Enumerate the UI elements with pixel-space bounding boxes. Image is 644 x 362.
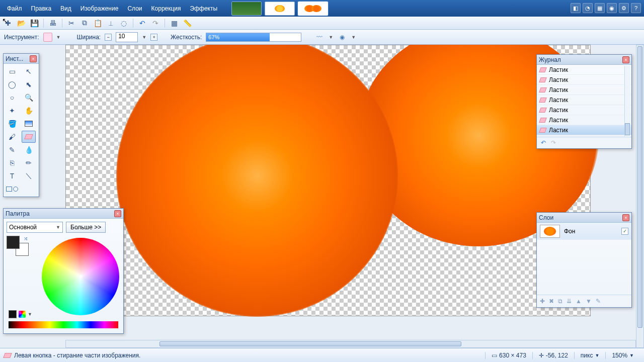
color-strip[interactable] [9, 321, 118, 328]
save-icon[interactable]: 💾 [29, 18, 39, 28]
history-item[interactable]: Ластик [537, 95, 631, 105]
paste-icon[interactable]: 📋 [93, 18, 103, 28]
history-panel-title[interactable]: Журнал × [537, 55, 631, 65]
close-icon[interactable]: × [622, 214, 629, 221]
open-icon[interactable]: 📂 [16, 18, 26, 28]
mini-swatch[interactable] [9, 310, 17, 318]
layers-panel-title[interactable]: Слои × [537, 213, 631, 223]
layer-dup-icon[interactable]: ⧉ [558, 298, 562, 305]
h-scroll-thumb[interactable] [159, 341, 461, 346]
palette-preset-icon[interactable] [19, 311, 26, 318]
width-minus[interactable]: − [105, 34, 112, 41]
width-plus[interactable]: + [150, 34, 157, 41]
grid-icon[interactable]: ▦ [169, 18, 179, 28]
eraser-icon[interactable] [43, 33, 52, 42]
tool-shapes[interactable] [5, 183, 19, 195]
util-icon-2[interactable]: ◔ [583, 3, 593, 13]
blend-dropdown-icon[interactable]: ▼ [351, 35, 356, 40]
tool-gradient[interactable] [22, 118, 36, 130]
redo-icon[interactable]: ↷ [150, 18, 160, 28]
doc-thumb-3[interactable] [298, 2, 328, 16]
tool-pencil[interactable]: ✎ [5, 144, 19, 156]
tool-picker[interactable]: 💧 [22, 144, 36, 156]
swap-colors-icon[interactable]: ⤭ [24, 236, 28, 241]
h-scrollbar[interactable] [65, 340, 636, 348]
menu-adjust[interactable]: Коррекция [147, 3, 185, 14]
history-item[interactable]: Ластик [537, 105, 631, 115]
close-icon[interactable]: × [114, 210, 121, 217]
util-icon-1[interactable]: ◧ [571, 3, 581, 13]
tool-text[interactable]: T [5, 170, 19, 182]
layer-down-icon[interactable]: ▼ [586, 298, 592, 305]
tool-rect-select[interactable]: ▭ [5, 65, 19, 77]
tool-move[interactable]: ↖ [22, 65, 36, 77]
history-scrollbar[interactable] [624, 66, 630, 136]
menu-edit[interactable]: Правка [27, 3, 56, 14]
tool-line[interactable]: ＼ [22, 170, 36, 182]
hardness-slider[interactable]: 67% [206, 33, 301, 42]
palette-panel-title[interactable]: Палитра × [4, 209, 123, 219]
doc-thumb-1[interactable] [231, 2, 262, 16]
v-scroll-thumb[interactable] [637, 46, 642, 328]
doc-thumb-2[interactable] [265, 2, 295, 16]
palette-mode-select[interactable]: Основной ▼ [7, 222, 63, 233]
layer-item[interactable]: Фон✓ [537, 223, 631, 240]
print-icon[interactable]: 🖶 [48, 18, 58, 28]
copy-icon[interactable]: ⧉ [79, 18, 90, 28]
color-wheel-cursor[interactable] [78, 275, 83, 279]
menu-view[interactable]: Вид [56, 3, 75, 14]
tool-wand[interactable]: ✦ [5, 105, 19, 117]
tool-move-sel[interactable]: ⬉ [22, 78, 36, 90]
layers-list[interactable]: Фон✓ [537, 223, 631, 295]
history-item[interactable]: Ластик [537, 65, 631, 75]
palette-more-button[interactable]: Больше >> [66, 222, 106, 233]
cut-icon[interactable]: ✂ [66, 18, 76, 28]
layer-add-icon[interactable]: ✚ [540, 298, 545, 305]
menu-file[interactable]: Файл [3, 3, 26, 14]
canvas[interactable] [65, 45, 591, 316]
tool-ellipse-select[interactable]: ○ [5, 92, 19, 104]
tool-clone[interactable]: ⎘ [5, 157, 19, 169]
menu-effects[interactable]: Эффекты [186, 3, 222, 14]
settings-icon[interactable]: ⚙ [619, 3, 629, 13]
tool-brush[interactable]: 🖌 [5, 131, 19, 143]
antialias-icon[interactable]: 〰 [314, 33, 325, 42]
history-undo-icon[interactable]: ↶ [541, 139, 546, 146]
menu-image[interactable]: Изображение [76, 3, 123, 14]
v-scrollbar[interactable] [636, 45, 644, 348]
width-input[interactable]: 10 [116, 32, 138, 42]
deselect-icon[interactable]: ◌ [119, 18, 129, 28]
menu-layers[interactable]: Слои [123, 3, 146, 14]
history-item[interactable]: Ластик [537, 115, 631, 125]
color-swatches[interactable]: ⤭ [7, 236, 29, 256]
layer-merge-icon[interactable]: ⇊ [567, 298, 572, 305]
undo-icon[interactable]: ↶ [137, 18, 147, 28]
new-icon[interactable]: ✚ [3, 18, 13, 28]
tool-zoom[interactable]: 🔍 [22, 92, 36, 104]
color-wheel[interactable] [42, 238, 119, 315]
chevron-down-icon[interactable]: ▼ [28, 312, 32, 317]
ruler-icon[interactable]: 📏 [182, 18, 192, 28]
tool-pan[interactable]: ✋ [22, 105, 36, 117]
status-zoom[interactable]: 150% ▼ [605, 352, 640, 359]
fg-color-swatch[interactable] [7, 236, 20, 249]
tool-eraser[interactable] [22, 131, 36, 143]
tool-lasso[interactable]: ◯ [5, 78, 19, 90]
crop-icon[interactable]: ⟂ [106, 18, 116, 28]
history-item[interactable]: Ластик [537, 85, 631, 95]
tool-dropdown-icon[interactable]: ▼ [56, 35, 61, 40]
history-item[interactable]: Ластик [537, 125, 631, 135]
close-icon[interactable]: × [30, 55, 37, 62]
tools-panel-title[interactable]: Инст... × [4, 54, 39, 64]
tool-bucket[interactable]: 🪣 [5, 118, 19, 130]
layer-up-icon[interactable]: ▲ [576, 298, 582, 305]
status-unit[interactable]: пикс ▼ [574, 352, 606, 359]
layer-visible-checkbox[interactable]: ✓ [621, 228, 628, 235]
tool-recolor[interactable]: ✏ [22, 157, 36, 169]
util-icon-4[interactable]: ◉ [607, 3, 617, 13]
width-dropdown-icon[interactable]: ▼ [142, 35, 146, 40]
history-list[interactable]: ЛастикЛастикЛастикЛастикЛастикЛастикЛаст… [537, 65, 631, 137]
history-redo-icon[interactable]: ↷ [551, 139, 556, 146]
help-icon[interactable]: ? [631, 3, 641, 13]
history-scroll-thumb[interactable] [625, 123, 630, 135]
